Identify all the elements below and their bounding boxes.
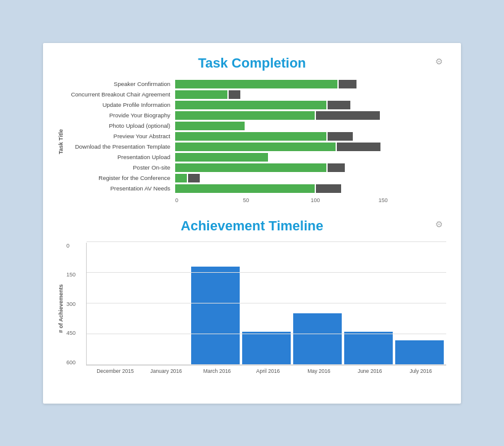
achievement-y-axis: 6004503001500	[66, 243, 86, 366]
task-bar-container	[175, 153, 446, 162]
task-bar-row: Provide Your Biography	[68, 111, 446, 120]
achievement-y-axis-title: # of Achievements	[58, 243, 66, 374]
task-bar-row: Speaker Confirmation	[68, 80, 446, 88]
task-bar-label: Photo Upload (optional)	[68, 122, 175, 129]
achievement-bar-group	[395, 243, 444, 365]
task-bar-gray	[339, 80, 356, 88]
task-completion-gear-icon[interactable]: ⚙	[435, 57, 446, 68]
achievement-x-tick: March 2016	[192, 368, 243, 374]
achievement-y-tick: 0	[66, 243, 82, 249]
task-completion-bars-area: Speaker ConfirmationConcurrent Breakout …	[68, 80, 446, 203]
task-bar-green	[175, 122, 245, 130]
task-bar-gray	[328, 101, 351, 109]
achievement-y-tick: 300	[66, 301, 82, 307]
achievement-bar	[293, 313, 342, 364]
task-bar-container	[175, 80, 446, 88]
achievement-chart-inner: 6004503001500	[66, 243, 446, 366]
achievement-x-axis: December 2015January 2016March 2016April…	[90, 368, 446, 374]
achievement-bar-group	[89, 243, 138, 365]
task-completion-y-axis-label: Task Title	[58, 80, 66, 203]
task-completion-chart-wrapper: Task Title Speaker ConfirmationConcurren…	[58, 80, 446, 203]
achievement-chart-wrapper: # of Achievements 6004503001500 December…	[58, 243, 446, 374]
achievement-x-tick: December 2015	[90, 368, 141, 374]
task-bar-row: Presentation Upload	[68, 153, 446, 162]
task-bar-gray	[337, 143, 381, 151]
task-bar-green	[175, 184, 315, 193]
task-bar-label: Provide Your Biography	[68, 112, 175, 119]
achievement-y-tick: 600	[66, 359, 82, 366]
task-completion-section: Task Completion ⚙ Task Title Speaker Con…	[58, 55, 446, 203]
main-card: Task Completion ⚙ Task Title Speaker Con…	[43, 43, 461, 404]
task-bar-green	[175, 163, 326, 172]
task-bar-green	[175, 143, 336, 151]
task-bar-label: Download the Presentation Template	[68, 143, 175, 150]
task-x-tick: 100	[311, 197, 379, 203]
task-bar-green	[175, 132, 326, 141]
achievement-x-tick: January 2016	[141, 368, 192, 374]
achievement-bar-group	[140, 243, 189, 365]
task-bar-gray	[328, 132, 353, 141]
task-bar-gray	[229, 90, 240, 99]
task-bar-label: Speaker Confirmation	[68, 80, 175, 87]
achievement-bars-area	[86, 243, 446, 366]
task-bar-label: Presentation AV Needs	[68, 185, 175, 192]
task-bar-container	[175, 132, 446, 141]
task-bar-gray	[316, 184, 342, 193]
task-bar-label: Preview Your Abstract	[68, 133, 175, 139]
achievement-bar	[395, 340, 444, 365]
task-completion-bar-chart: Speaker ConfirmationConcurrent Breakout …	[68, 80, 446, 195]
achievement-bar-group	[242, 243, 291, 365]
task-bar-gray	[316, 111, 380, 120]
task-bar-container	[175, 174, 446, 182]
achievement-x-tick: May 2016	[293, 368, 344, 374]
task-bar-row: Preview Your Abstract	[68, 132, 446, 141]
achievement-bar	[242, 332, 291, 364]
task-bar-container	[175, 111, 446, 120]
v-grid-line	[87, 303, 446, 303]
task-bar-container	[175, 101, 446, 109]
v-grid-line	[87, 334, 446, 334]
v-grid-line	[87, 272, 446, 273]
task-bar-container	[175, 184, 446, 193]
task-bar-container	[175, 90, 446, 99]
achievement-bar	[344, 332, 393, 364]
achievement-x-tick: June 2016	[344, 368, 395, 374]
task-bar-container	[175, 143, 446, 151]
task-bar-container	[175, 122, 446, 130]
achievement-y-tick: 150	[66, 272, 82, 278]
task-bar-row: Register for the Conference	[68, 174, 446, 182]
task-bar-gray	[328, 163, 345, 172]
achievement-bar	[191, 267, 240, 365]
task-x-tick: 150	[379, 197, 446, 203]
achievement-timeline-title: Achievement Timeline	[58, 218, 446, 234]
v-grid-line	[87, 364, 446, 365]
task-bar-label: Update Profile Information	[68, 101, 175, 108]
task-bar-gray	[188, 174, 200, 182]
task-bar-green	[175, 111, 315, 120]
achievement-bars-row	[87, 243, 446, 365]
task-bar-row: Poster On-site	[68, 163, 446, 172]
task-bar-green	[175, 174, 187, 182]
task-bar-green	[175, 90, 227, 99]
task-bar-row: Presentation AV Needs	[68, 184, 446, 193]
task-bar-green	[175, 153, 268, 162]
task-x-tick: 0	[175, 197, 243, 203]
achievement-timeline-section: Achievement Timeline ⚙ # of Achievements…	[58, 218, 446, 374]
task-bar-label: Register for the Conference	[68, 174, 175, 181]
task-bar-label: Presentation Upload	[68, 154, 175, 160]
task-bar-label: Poster On-site	[68, 164, 175, 171]
task-completion-x-axis: 050100150	[175, 197, 446, 203]
task-bar-row: Photo Upload (optional)	[68, 122, 446, 130]
achievement-bar-group	[191, 243, 240, 365]
task-bar-row: Concurrent Breakout Chair Agreement	[68, 90, 446, 99]
task-x-tick: 50	[243, 197, 310, 203]
achievement-y-tick: 450	[66, 330, 82, 336]
task-bar-container	[175, 163, 446, 172]
achievement-timeline-gear-icon[interactable]: ⚙	[435, 219, 446, 230]
task-bar-row: Download the Presentation Template	[68, 143, 446, 151]
task-bar-row: Update Profile Information	[68, 101, 446, 109]
achievement-bar-group	[293, 243, 342, 365]
task-bar-green	[175, 101, 326, 109]
task-completion-title: Task Completion	[58, 55, 446, 71]
achievement-bar-group	[344, 243, 393, 365]
